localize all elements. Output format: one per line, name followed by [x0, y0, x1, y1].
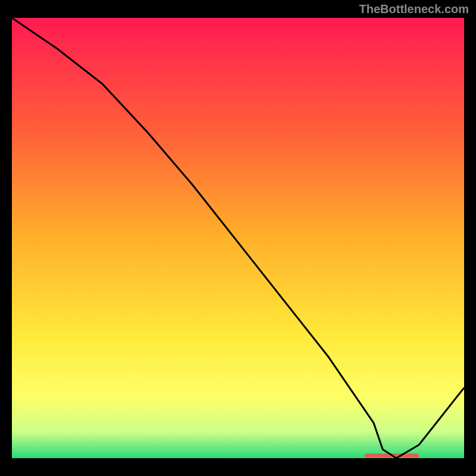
bottleneck-chart	[12, 18, 464, 458]
watermark-text: TheBottleneck.com	[359, 2, 469, 16]
chart-svg	[12, 18, 464, 458]
chart-background	[12, 18, 464, 458]
